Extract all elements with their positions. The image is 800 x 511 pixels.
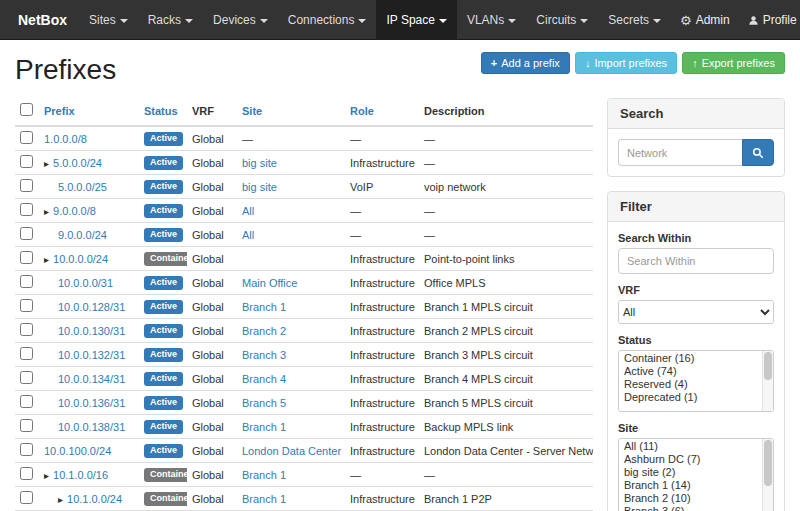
prefix-link[interactable]: 1.0.0.0/8 (44, 133, 87, 145)
nav-item-label: Connections (288, 13, 355, 27)
listbox-option[interactable]: Reserved (4) (620, 378, 761, 391)
prefix-link[interactable]: 5.0.0.0/24 (53, 157, 102, 169)
row-checkbox[interactable] (20, 155, 33, 168)
row-checkbox[interactable] (20, 491, 33, 504)
prefix-link[interactable]: 10.0.0.0/31 (58, 277, 113, 289)
site-link[interactable]: Branch 5 (242, 397, 286, 409)
row-checkbox[interactable] (20, 371, 33, 384)
row-checkbox[interactable] (20, 131, 33, 144)
search-input[interactable] (618, 139, 742, 166)
export-prefixes-button[interactable]: ↑ Export prefixes (682, 52, 785, 74)
listbox-option[interactable]: big site (2) (620, 466, 761, 479)
status-badge: Active (144, 420, 183, 434)
role-cell: Infrastructure (345, 415, 419, 439)
profile-link[interactable]: Profile (739, 0, 800, 40)
status-scrollbar[interactable] (762, 351, 773, 411)
row-checkbox[interactable] (20, 395, 33, 408)
nav-item-devices[interactable]: Devices (203, 0, 278, 40)
admin-link[interactable]: ⚙ Admin (671, 0, 739, 40)
listbox-option[interactable]: Active (74) (620, 365, 761, 378)
row-checkbox[interactable] (20, 227, 33, 240)
row-checkbox[interactable] (20, 323, 33, 336)
role-cell: VoIP (345, 175, 419, 199)
prefix-link[interactable]: 10.0.0.132/31 (58, 349, 125, 361)
search-within-input[interactable] (618, 248, 774, 274)
prefix-link[interactable]: 10.1.0.0/24 (67, 493, 122, 505)
site-link[interactable]: Branch 2 (242, 325, 286, 337)
column-header-prefix[interactable]: Prefix (39, 98, 139, 126)
filter-panel: Filter Search Within VRF All Status Cont… (607, 191, 785, 511)
site-link[interactable]: All (242, 229, 254, 241)
brand-link[interactable]: NetBox (6, 0, 79, 40)
prefix-link[interactable]: 10.1.0.0/16 (53, 469, 108, 481)
site-filter-listbox[interactable]: All (11)Ashburn DC (7)big site (2)Branch… (618, 438, 774, 511)
nav-item-circuits[interactable]: Circuits (526, 0, 598, 40)
row-checkbox[interactable] (20, 251, 33, 264)
description-cell: — (419, 199, 593, 223)
site-scrollbar[interactable] (762, 439, 773, 511)
status-badge: Active (144, 348, 183, 362)
prefix-link[interactable]: 10.0.0.138/31 (58, 421, 125, 433)
status-filter-listbox[interactable]: Container (16)Active (74)Reserved (4)Dep… (618, 350, 774, 412)
row-checkbox[interactable] (20, 299, 33, 312)
scrollbar-thumb[interactable] (764, 440, 772, 486)
site-link[interactable]: Branch 1 (242, 421, 286, 433)
site-link[interactable]: Branch 1 (242, 301, 286, 313)
role-cell: Infrastructure (345, 319, 419, 343)
row-checkbox[interactable] (20, 467, 33, 480)
listbox-option[interactable]: Branch 2 (10) (620, 492, 761, 505)
listbox-option[interactable]: Ashburn DC (7) (620, 453, 761, 466)
site-link[interactable]: big site (242, 157, 277, 169)
site-link[interactable]: London Data Center (242, 445, 341, 457)
search-button[interactable] (742, 139, 774, 166)
listbox-option[interactable]: Deprecated (1) (620, 391, 761, 404)
prefix-link[interactable]: 10.0.0.136/31 (58, 397, 125, 409)
site-link[interactable]: Main Office (242, 277, 297, 289)
column-header-role[interactable]: Role (345, 98, 419, 126)
site-link[interactable]: big site (242, 181, 277, 193)
caret-down-icon (120, 19, 128, 23)
status-badge: Container (144, 468, 187, 482)
add-prefix-button[interactable]: + Add a prefix (481, 52, 570, 74)
row-checkbox[interactable] (20, 203, 33, 216)
listbox-option[interactable]: All (11) (620, 440, 761, 453)
nav-item-vlans[interactable]: VLANs (457, 0, 526, 40)
nav-item-racks[interactable]: Racks (138, 0, 203, 40)
row-checkbox[interactable] (20, 275, 33, 288)
site-link[interactable]: Branch 4 (242, 373, 286, 385)
row-checkbox[interactable] (20, 347, 33, 360)
prefix-link[interactable]: 9.0.0.0/24 (58, 229, 107, 241)
profile-label: Profile (763, 13, 797, 27)
site-link[interactable]: Branch 1 (242, 493, 286, 505)
import-prefixes-button[interactable]: ↓ Import prefixes (575, 52, 677, 74)
site-link[interactable]: Branch 3 (242, 349, 286, 361)
prefix-link[interactable]: 10.0.0.130/31 (58, 325, 125, 337)
row-checkbox[interactable] (20, 443, 33, 456)
prefix-link[interactable]: 10.0.0.128/31 (58, 301, 125, 313)
site-link[interactable]: Branch 1 (242, 469, 286, 481)
prefix-link[interactable]: 10.0.0.134/31 (58, 373, 125, 385)
column-header-status[interactable]: Status (139, 98, 187, 126)
site-link[interactable]: All (242, 205, 254, 217)
prefix-link[interactable]: 10.0.0.0/24 (53, 253, 108, 265)
row-checkbox[interactable] (20, 419, 33, 432)
role-cell: Infrastructure (345, 391, 419, 415)
vrf-select[interactable]: All (618, 300, 774, 324)
nav-item-secrets[interactable]: Secrets (598, 0, 671, 40)
row-checkbox[interactable] (20, 179, 33, 192)
nav-item-ip-space[interactable]: IP Space (376, 0, 456, 40)
scrollbar-thumb[interactable] (764, 352, 772, 380)
nav-item-sites[interactable]: Sites (79, 0, 138, 40)
listbox-option[interactable]: Branch 3 (6) (620, 505, 761, 511)
listbox-option[interactable]: Container (16) (620, 352, 761, 365)
prefix-link[interactable]: 5.0.0.0/25 (58, 181, 107, 193)
prefix-link[interactable]: 9.0.0.0/8 (53, 205, 96, 217)
listbox-option[interactable]: Branch 1 (14) (620, 479, 761, 492)
prefix-row: 5.0.0.0/25ActiveGlobalbig siteVoIPvoip n… (15, 175, 593, 199)
description-cell: Branch 4 MPLS circuit (419, 367, 593, 391)
vrf-cell: Global (187, 391, 237, 415)
nav-item-connections[interactable]: Connections (278, 0, 377, 40)
prefix-link[interactable]: 10.0.100.0/24 (44, 445, 111, 457)
column-header-site[interactable]: Site (237, 98, 345, 126)
select-all-checkbox[interactable] (20, 103, 33, 116)
